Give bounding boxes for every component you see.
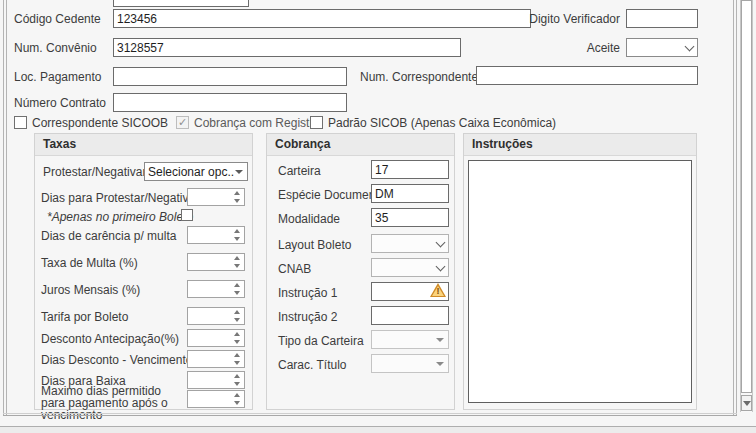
num-convenio-label: Num. Convênio <box>14 41 97 55</box>
dias-baixa-spinner[interactable] <box>187 371 245 389</box>
digito-verificador-label: Digito Verificador <box>490 12 620 26</box>
dias-protestar-label: Dias para Protestar/Negativar <box>41 191 199 205</box>
cnab-label: CNAB <box>278 262 311 276</box>
check-icon: ✓ <box>178 116 187 129</box>
apenas-primeiro-boleto-checkbox[interactable] <box>181 209 193 221</box>
dias-carencia-multa-label: Dias de carência p/ multa <box>41 229 176 243</box>
protestar-negativar-value: Selecionar opc... <box>148 165 234 179</box>
protestar-negativar-label: Protestar/Negativar? <box>43 165 153 179</box>
aceite-label: Aceite <box>560 41 620 55</box>
numero-contrato-input[interactable] <box>113 93 347 112</box>
spin-up-icon[interactable] <box>234 332 240 336</box>
dropdown-arrow-icon <box>436 362 444 366</box>
desconto-antecipacao-label: Desconto Antecipação(%) <box>41 332 179 346</box>
desconto-antecipacao-spinner[interactable] <box>187 329 245 347</box>
especie-documento-label: Espécie Documento <box>278 188 385 202</box>
scrollbar-down-button[interactable] <box>741 395 752 411</box>
taxas-group: Taxas Protestar/Negativar? Selecionar op… <box>34 133 253 410</box>
dropdown-arrow-icon <box>235 170 243 174</box>
codigo-cedente-label: Código Cedente <box>14 12 101 26</box>
correspondente-sicoob-label[interactable]: Correspondente SICOOB <box>32 116 168 130</box>
numero-contrato-label: Número Contrato <box>14 96 106 110</box>
aceite-select[interactable] <box>626 38 698 57</box>
spin-down-icon[interactable] <box>234 340 240 344</box>
panel-border-line <box>3 415 737 416</box>
instrucoes-textarea[interactable] <box>468 160 692 403</box>
num-correspondente-input[interactable] <box>476 66 698 85</box>
dias-desconto-vencimento-label: Dias Desconto - Vencimento <box>41 353 192 367</box>
panel-border-line <box>3 0 4 415</box>
scrollbar-thumb[interactable] <box>741 0 752 393</box>
panel-border-line <box>736 0 737 415</box>
instrucao-2-label: Instrução 2 <box>278 310 337 324</box>
spin-down-icon[interactable] <box>234 199 240 203</box>
carteira-label: Carteira <box>278 164 321 178</box>
bottom-status-strip <box>0 427 756 433</box>
tarifa-boleto-label: Tarifa por Boleto <box>41 310 128 324</box>
spin-down-icon[interactable] <box>234 401 240 405</box>
panel-border-line <box>3 413 737 414</box>
taxa-multa-spinner[interactable] <box>187 253 245 271</box>
chevron-down-icon <box>685 41 695 51</box>
spin-down-icon[interactable] <box>234 361 240 365</box>
carteira-input[interactable] <box>371 160 449 179</box>
spin-up-icon[interactable] <box>234 393 240 397</box>
maximo-dias-pagamento-spinner[interactable] <box>187 390 245 408</box>
carac-titulo-select <box>371 354 449 373</box>
spin-up-icon[interactable] <box>234 374 240 378</box>
layout-boleto-select[interactable] <box>371 234 449 253</box>
cobranca-group: Cobrança Carteira Espécie Documento Moda… <box>266 133 455 410</box>
top-partial-input[interactable] <box>113 0 249 7</box>
dias-protestar-spinner[interactable] <box>187 188 245 206</box>
panel-border-line <box>733 0 734 415</box>
tarifa-boleto-spinner[interactable] <box>187 307 245 325</box>
dias-desconto-vencimento-spinner[interactable] <box>187 350 245 368</box>
instrucao-1-label: Instrução 1 <box>278 286 337 300</box>
spin-down-icon[interactable] <box>234 318 240 322</box>
correspondente-sicoob-checkbox[interactable] <box>14 116 27 129</box>
juros-mensais-label: Juros Mensais (%) <box>41 283 140 297</box>
spin-up-icon[interactable] <box>234 256 240 260</box>
spin-down-icon[interactable] <box>234 237 240 241</box>
num-correspondente-label: Num. Correspondente <box>360 70 478 84</box>
dias-carencia-multa-spinner[interactable] <box>187 226 245 244</box>
spin-down-icon[interactable] <box>234 291 240 295</box>
taxa-multa-label: Taxa de Multa (%) <box>41 256 138 270</box>
layout-boleto-label: Layout Boleto <box>278 238 351 252</box>
cobranca-com-registro-label: Cobrança com Registro <box>194 116 320 130</box>
especie-documento-input[interactable] <box>371 184 449 203</box>
spin-down-icon[interactable] <box>234 264 240 268</box>
padrao-sicob-checkbox[interactable] <box>310 116 323 129</box>
modalidade-label: Modalidade <box>278 212 340 226</box>
instrucoes-group: Instruções <box>463 133 697 410</box>
protestar-negativar-select[interactable]: Selecionar opc... <box>144 162 248 181</box>
apenas-primeiro-boleto-note: *Apenas no primeiro Boleto <box>47 210 193 224</box>
instrucao-2-input[interactable] <box>371 306 449 325</box>
spin-down-icon[interactable] <box>234 382 240 386</box>
cobranca-com-registro-checkbox: ✓ <box>176 116 189 129</box>
codigo-cedente-input[interactable] <box>113 9 531 28</box>
spin-up-icon[interactable] <box>234 310 240 314</box>
vertical-scrollbar[interactable] <box>740 0 753 412</box>
chevron-down-icon <box>436 261 446 271</box>
spinner-buttons[interactable] <box>234 191 240 203</box>
modalidade-input[interactable] <box>371 208 449 227</box>
padrao-sicob-label[interactable]: Padrão SICOB (Apenas Caixa Econômica) <box>328 116 556 130</box>
instrucoes-group-title: Instruções <box>464 134 696 156</box>
juros-mensais-spinner[interactable] <box>187 280 245 298</box>
spin-up-icon[interactable] <box>234 353 240 357</box>
dropdown-arrow-icon <box>436 338 444 342</box>
num-convenio-input[interactable] <box>113 38 461 57</box>
cnab-select[interactable] <box>371 258 449 277</box>
loc-pagamento-input[interactable] <box>113 67 347 86</box>
scroll-down-icon <box>743 401 751 406</box>
taxas-group-title: Taxas <box>35 134 252 156</box>
spin-up-icon[interactable] <box>234 191 240 195</box>
spin-up-icon[interactable] <box>234 283 240 287</box>
digito-verificador-input[interactable] <box>626 9 698 28</box>
panel-border-line <box>6 0 7 415</box>
boleto-config-form: Código Cedente Digito Verificador Num. C… <box>0 0 756 433</box>
loc-pagamento-label: Loc. Pagamento <box>14 70 101 84</box>
chevron-down-icon <box>436 237 446 247</box>
spin-up-icon[interactable] <box>234 229 240 233</box>
